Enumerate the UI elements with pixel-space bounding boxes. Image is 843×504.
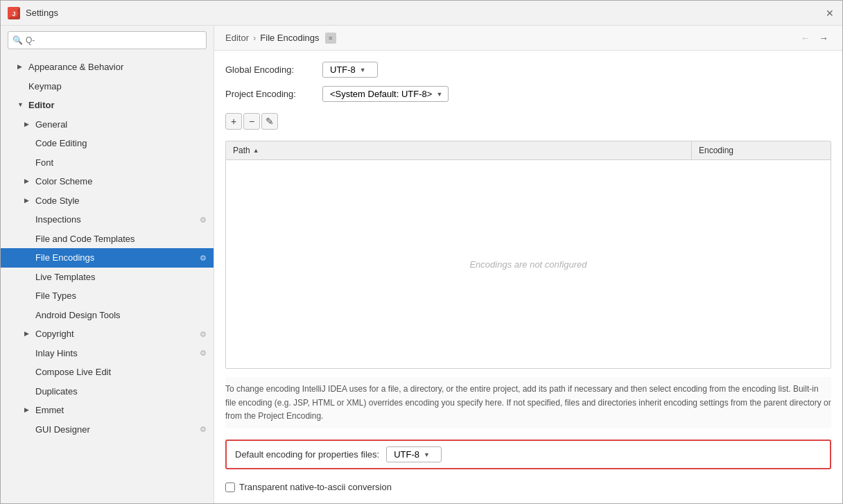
sidebar-item-general[interactable]: ▶ General [1, 115, 214, 134]
default-encoding-section: Default encoding for properties files: U… [225, 440, 831, 469]
sidebar-item-copyright[interactable]: ▶ Copyright ⚙ [1, 324, 214, 344]
spacer [24, 425, 34, 435]
search-box[interactable]: 🔍 [8, 31, 207, 49]
spacer [24, 349, 34, 358]
table-header: Path ▲ Encoding [226, 141, 831, 160]
sidebar-item-label: Duplicates [35, 385, 78, 399]
sidebar: 🔍 ▶ Appearance & Behavior Keymap ▼ Edito… [1, 26, 214, 503]
svg-text:J: J [12, 10, 15, 17]
sort-icon: ▲ [253, 147, 259, 154]
settings-icon: ⚙ [200, 347, 207, 359]
expand-icon: ▶ [24, 406, 34, 415]
search-input[interactable] [26, 35, 202, 45]
expand-icon: ▼ [17, 101, 27, 110]
sidebar-item-label: Inlay Hints [35, 347, 78, 360]
sidebar-item-label: File Types [35, 289, 76, 303]
spacer [24, 253, 34, 263]
spacer [24, 234, 34, 244]
sidebar-item-code-editing[interactable]: Code Editing [1, 134, 214, 153]
transparent-label: Transparent native-to-ascii conversion [239, 482, 392, 492]
sidebar-item-label: Compose Live Edit [35, 365, 111, 379]
sidebar-item-live-templates[interactable]: Live Templates [1, 268, 214, 287]
default-encoding-dropdown[interactable]: UTF-8 ▼ [386, 446, 442, 462]
expand-icon: ▶ [24, 329, 34, 339]
forward-button[interactable]: → [816, 31, 831, 46]
settings-icon: ⚙ [200, 252, 207, 264]
project-encoding-label: Project Encoding: [225, 89, 315, 99]
sidebar-item-file-code-templates[interactable]: File and Code Templates [1, 229, 214, 249]
sidebar-item-keymap[interactable]: Keymap [1, 77, 214, 96]
breadcrumb-editor: Editor [225, 33, 249, 43]
sidebar-item-label: Keymap [28, 80, 62, 94]
expand-icon: ▶ [24, 196, 34, 206]
project-encoding-value: <System Default: UTF-8> [330, 89, 432, 99]
sidebar-item-color-scheme[interactable]: ▶ Color Scheme [1, 172, 214, 191]
sidebar-item-label: Copyright [35, 327, 74, 341]
table-toolbar: + − ✎ [225, 110, 831, 132]
edit-button[interactable]: ✎ [261, 113, 278, 130]
content-area: 🔍 ▶ Appearance & Behavior Keymap ▼ Edito… [1, 26, 842, 503]
spacer [24, 139, 34, 148]
sidebar-item-label: General [35, 118, 67, 132]
sidebar-item-file-types[interactable]: File Types [1, 286, 214, 306]
settings-icon: ⚙ [200, 214, 207, 226]
dropdown-arrow-icon: ▼ [424, 451, 430, 458]
spacer [24, 272, 34, 282]
sidebar-item-emmet[interactable]: ▶ Emmet [1, 401, 214, 420]
sidebar-item-label: Code Editing [35, 137, 87, 150]
sidebar-item-appearance[interactable]: ▶ Appearance & Behavior [1, 58, 214, 77]
sidebar-item-inlay-hints[interactable]: Inlay Hints ⚙ [1, 344, 214, 363]
main-panel: Editor › File Encodings ≡ ← → Global Enc… [214, 26, 842, 503]
project-encoding-row: Project Encoding: <System Default: UTF-8… [225, 86, 831, 102]
add-button[interactable]: + [225, 113, 242, 130]
dropdown-arrow-icon: ▼ [436, 91, 442, 98]
sidebar-item-gui-designer[interactable]: GUI Designer ⚙ [1, 420, 214, 440]
spacer [24, 291, 34, 301]
sidebar-item-label: File and Code Templates [35, 232, 135, 246]
info-text-content: To change encoding IntelliJ IDEA uses fo… [225, 384, 831, 420]
sidebar-item-duplicates[interactable]: Duplicates [1, 382, 214, 401]
sidebar-item-android-design-tools[interactable]: Android Design Tools [1, 306, 214, 325]
sidebar-item-label: Editor [28, 98, 55, 112]
title-bar: J Settings ✕ [1, 1, 842, 26]
expand-icon [17, 82, 27, 92]
settings-icon: ⚙ [200, 329, 207, 340]
transparent-checkbox[interactable] [225, 483, 235, 492]
sidebar-item-label: File Encodings [35, 251, 94, 265]
sidebar-item-editor[interactable]: ▼ Editor [1, 96, 214, 115]
spacer [24, 387, 34, 397]
dropdown-arrow-icon: ▼ [360, 67, 366, 73]
remove-button[interactable]: − [243, 113, 260, 130]
spacer [24, 158, 34, 168]
encoding-column-header[interactable]: Encoding [692, 141, 831, 159]
sidebar-item-label: Code Style [35, 194, 80, 208]
breadcrumb-settings-icon[interactable]: ≡ [325, 33, 336, 44]
sidebar-item-label: Live Templates [35, 270, 95, 284]
app-icon: J [8, 7, 20, 19]
sidebar-item-file-encodings[interactable]: File Encodings ⚙ [1, 248, 214, 268]
spacer [24, 311, 34, 320]
back-button[interactable]: ← [798, 31, 813, 46]
expand-icon: ▶ [17, 62, 27, 72]
sidebar-item-label: Appearance & Behavior [28, 60, 123, 74]
sidebar-item-code-style[interactable]: ▶ Code Style [1, 191, 214, 211]
encodings-table: Path ▲ Encoding Encodings are not config… [225, 141, 831, 369]
close-button[interactable]: ✕ [824, 8, 835, 19]
global-encoding-dropdown[interactable]: UTF-8 ▼ [322, 62, 378, 78]
sidebar-item-compose-live-edit[interactable]: Compose Live Edit [1, 363, 214, 382]
sidebar-item-inspections[interactable]: Inspections ⚙ [1, 210, 214, 229]
breadcrumb-separator: › [253, 33, 256, 43]
breadcrumb-current: File Encodings [260, 33, 319, 43]
settings-window: J Settings ✕ 🔍 ▶ Appearance & Behavior K… [0, 0, 843, 504]
spacer [24, 367, 34, 377]
main-content: Global Encoding: UTF-8 ▼ Project Encodin… [214, 51, 842, 503]
breadcrumb: Editor › File Encodings ≡ [225, 33, 336, 44]
sidebar-item-font[interactable]: Font [1, 153, 214, 173]
project-encoding-dropdown[interactable]: <System Default: UTF-8> ▼ [322, 86, 449, 102]
path-label: Path [233, 146, 250, 155]
encoding-label: Encoding [699, 146, 733, 155]
sidebar-item-label: Inspections [35, 213, 81, 227]
path-column-header[interactable]: Path ▲ [226, 141, 692, 159]
default-encoding-label: Default encoding for properties files: [235, 449, 379, 460]
breadcrumb-bar: Editor › File Encodings ≡ ← → [214, 26, 842, 51]
